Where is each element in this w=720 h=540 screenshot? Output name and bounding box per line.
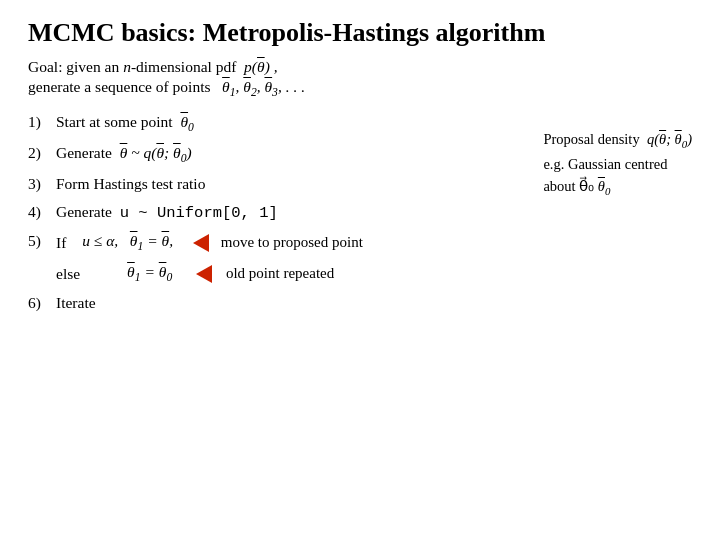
proposal-box: Proposal density q(θ; θ0) e.g. Gaussian …	[543, 128, 692, 200]
generate-seq: θ1, θ2, θ3, . . .	[218, 78, 305, 95]
proposal-math: q(θ; θ0)	[647, 131, 692, 147]
step-4-content: Generate u ~ Uniform[0, 1]	[56, 203, 278, 222]
title: MCMC basics: Metropolis-Hastings algorit…	[28, 18, 692, 48]
page-container: MCMC basics: Metropolis-Hastings algorit…	[28, 18, 692, 312]
generate-line: generate a sequence of points θ1, θ2, θ3…	[28, 78, 692, 99]
else-arrow-label: old point repeated	[226, 265, 334, 282]
step-1-content: Start at some point θ0	[56, 113, 194, 134]
step-5-if-row: If u ≤ α, θ1 = θ, move to proposed point	[56, 232, 363, 253]
step-6-num: 6)	[28, 294, 56, 312]
if-label: If	[56, 234, 66, 252]
goal-n: n	[123, 58, 131, 75]
else-math: θ1 = θ0	[127, 263, 172, 284]
else-label: else	[56, 265, 80, 283]
step-1-num: 1)	[28, 113, 56, 131]
step-2-content: Generate θ ~ q(θ; θ0)	[56, 144, 192, 165]
proposal-title-line: Proposal density q(θ; θ0)	[543, 128, 692, 153]
step-6: 6) Iterate	[28, 294, 692, 312]
else-row: else θ1 = θ0 old point repeated	[56, 263, 692, 284]
step-5-content: If u ≤ α, θ1 = θ, move to proposed point	[56, 232, 363, 253]
move-arrow	[193, 234, 209, 252]
proposal-about: about θ⃗₀ θ0	[543, 175, 692, 200]
goal-line: Goal: given an n-dimensional pdf p(θ) ,	[28, 58, 692, 76]
else-arrow	[196, 265, 212, 283]
goal-rest: -dimensional pdf	[131, 58, 236, 75]
step-2-num: 2)	[28, 144, 56, 162]
proposal-eg: e.g. Gaussian centred	[543, 153, 692, 175]
step-3-num: 3)	[28, 175, 56, 193]
step-3-content: Form Hastings test ratio	[56, 175, 205, 193]
move-label: move to proposed point	[221, 234, 363, 251]
step-5: 5) If u ≤ α, θ1 = θ, move to proposed po…	[28, 232, 692, 253]
goal-pdf: p(θ) ,	[244, 58, 277, 75]
proposal-title: Proposal density	[543, 131, 639, 147]
generate-text: generate a sequence of points	[28, 78, 210, 95]
goal-text: Goal: given an	[28, 58, 123, 75]
if-math: u ≤ α, θ1 = θ,	[82, 232, 173, 253]
step-4-num: 4)	[28, 203, 56, 221]
step-5-num: 5)	[28, 232, 56, 250]
step-6-content: Iterate	[56, 294, 96, 312]
step-4: 4) Generate u ~ Uniform[0, 1]	[28, 203, 692, 222]
